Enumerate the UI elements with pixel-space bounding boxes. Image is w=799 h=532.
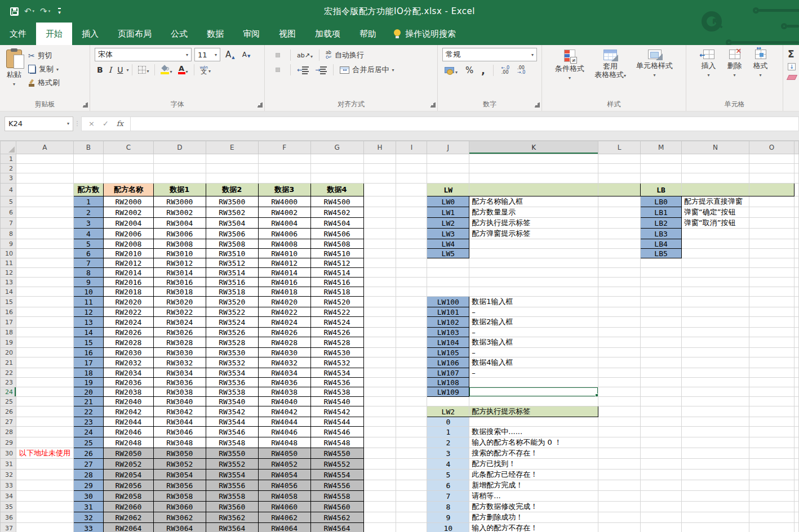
cell-G28[interactable]: RW4546 — [310, 427, 363, 437]
cell-M20[interactable] — [641, 348, 682, 357]
cell-D11[interactable]: RW3012 — [153, 258, 206, 268]
cell-H25[interactable] — [363, 397, 396, 406]
cell-L12[interactable] — [598, 268, 641, 278]
cell-L5[interactable] — [598, 196, 641, 207]
cell-I26[interactable] — [396, 406, 427, 417]
cell-H12[interactable] — [363, 268, 396, 278]
cell-B12[interactable]: 8 — [73, 268, 103, 278]
row-header-21[interactable]: 21 — [1, 357, 16, 368]
cell-I2[interactable] — [396, 164, 427, 173]
cell-J32[interactable]: 5 — [427, 470, 469, 480]
cell-M5[interactable]: LB0 — [641, 196, 682, 207]
cell-G36[interactable]: RW4562 — [310, 512, 363, 523]
cell-O34[interactable] — [749, 491, 794, 502]
cell-J35[interactable]: 8 — [427, 502, 469, 512]
formula-bar-divider[interactable]: ⋮ — [73, 120, 81, 127]
cell-O14[interactable] — [749, 287, 794, 297]
cell-H10[interactable] — [363, 249, 396, 258]
cell-J11[interactable] — [427, 258, 469, 268]
column-header-J[interactable]: J — [427, 141, 469, 154]
column-header-G[interactable]: G — [310, 141, 363, 154]
cell-N20[interactable] — [682, 348, 749, 357]
cell-A14[interactable] — [16, 287, 73, 297]
cell-O8[interactable] — [749, 229, 794, 239]
cell-L7[interactable] — [598, 218, 641, 229]
cell-C31[interactable]: RW2052 — [103, 459, 153, 470]
cell-F7[interactable]: RW4004 — [258, 218, 310, 229]
font-color-button[interactable]: A ▾ — [176, 64, 190, 75]
cell-B36[interactable]: 32 — [73, 512, 103, 523]
cell-D9[interactable]: RW3008 — [153, 239, 206, 249]
cell-O37[interactable] — [749, 523, 794, 532]
cell-M26[interactable] — [641, 406, 682, 417]
cell-L16[interactable] — [598, 307, 641, 317]
cell-M3[interactable] — [641, 173, 682, 184]
cell-K8[interactable]: 配方弹窗提示标签 — [469, 229, 598, 239]
cell-E12[interactable]: RW3514 — [206, 268, 258, 278]
italic-button[interactable]: I — [106, 64, 114, 75]
column-header-A[interactable]: A — [16, 141, 73, 154]
cell-G4[interactable]: 数据4 — [310, 184, 363, 196]
cell-F15[interactable]: RW4020 — [258, 297, 310, 307]
cell-M30[interactable] — [641, 448, 682, 459]
row-header-23[interactable]: 23 — [1, 378, 16, 387]
cell-F35[interactable]: RW4060 — [258, 502, 310, 512]
cell-L2[interactable] — [598, 164, 641, 173]
cell-O5[interactable] — [749, 196, 794, 207]
cell-E20[interactable]: RW3530 — [206, 348, 258, 357]
cell-K34[interactable]: 请稍等... — [469, 491, 598, 502]
cell-F26[interactable]: RW4042 — [258, 406, 310, 417]
cell-M14[interactable] — [641, 287, 682, 297]
cell-B8[interactable]: 4 — [73, 229, 103, 239]
cell-C4[interactable]: 配方名称 — [103, 184, 153, 196]
cell-M33[interactable] — [641, 480, 682, 491]
cell-H19[interactable] — [363, 337, 396, 348]
cell-M25[interactable] — [641, 397, 682, 406]
cell-N19[interactable] — [682, 337, 749, 348]
cell-I25[interactable] — [396, 397, 427, 406]
cell-M13[interactable] — [641, 278, 682, 287]
cell-F2[interactable] — [258, 164, 310, 173]
cell-O12[interactable] — [749, 268, 794, 278]
cell-O24[interactable] — [749, 387, 794, 397]
underline-button[interactable]: U — [115, 64, 125, 75]
cell-C20[interactable]: RW2030 — [103, 348, 153, 357]
cell-O10[interactable] — [749, 249, 794, 258]
cell-E3[interactable] — [206, 173, 258, 184]
cell-E27[interactable]: RW3544 — [206, 417, 258, 427]
cell-B29[interactable]: 25 — [73, 437, 103, 448]
cell-D34[interactable]: RW3058 — [153, 491, 206, 502]
cell-A20[interactable] — [16, 348, 73, 357]
cell-J15[interactable]: LW100 — [427, 297, 469, 307]
cell-C18[interactable]: RW2026 — [103, 328, 153, 337]
cell-D4[interactable]: 数据1 — [153, 184, 206, 196]
cell-C7[interactable]: RW2004 — [103, 218, 153, 229]
cell-O28[interactable] — [749, 427, 794, 437]
cell-N31[interactable] — [682, 459, 749, 470]
ribbon-tab-1[interactable]: 开始 — [36, 23, 72, 45]
cell-I12[interactable] — [396, 268, 427, 278]
cell-I20[interactable] — [396, 348, 427, 357]
cell-K37[interactable]: 输入的配方不存在！ — [469, 523, 598, 532]
cell-N32[interactable] — [682, 470, 749, 480]
cell-H2[interactable] — [363, 164, 396, 173]
align-right-button[interactable] — [282, 68, 286, 72]
cell-I7[interactable] — [396, 218, 427, 229]
cell-N29[interactable] — [682, 437, 749, 448]
cell-N37[interactable] — [682, 523, 749, 532]
cell-J24[interactable]: LW109 — [427, 387, 469, 397]
cell-C1[interactable] — [103, 154, 153, 164]
cell-A7[interactable] — [16, 218, 73, 229]
cell-A29[interactable] — [16, 437, 73, 448]
cell-A2[interactable] — [16, 164, 73, 173]
cell-K11[interactable] — [469, 258, 598, 268]
cell-O16[interactable] — [749, 307, 794, 317]
cell-B4[interactable]: 配方数 — [73, 184, 103, 196]
cell-L27[interactable] — [598, 417, 641, 427]
cell-K19[interactable]: 数据3输入框 — [469, 337, 598, 348]
cell-L10[interactable] — [598, 249, 641, 258]
cell-H22[interactable] — [363, 368, 396, 378]
cell-L14[interactable] — [598, 287, 641, 297]
cell-M6[interactable]: LB1 — [641, 207, 682, 218]
column-header-C[interactable]: C — [103, 141, 153, 154]
